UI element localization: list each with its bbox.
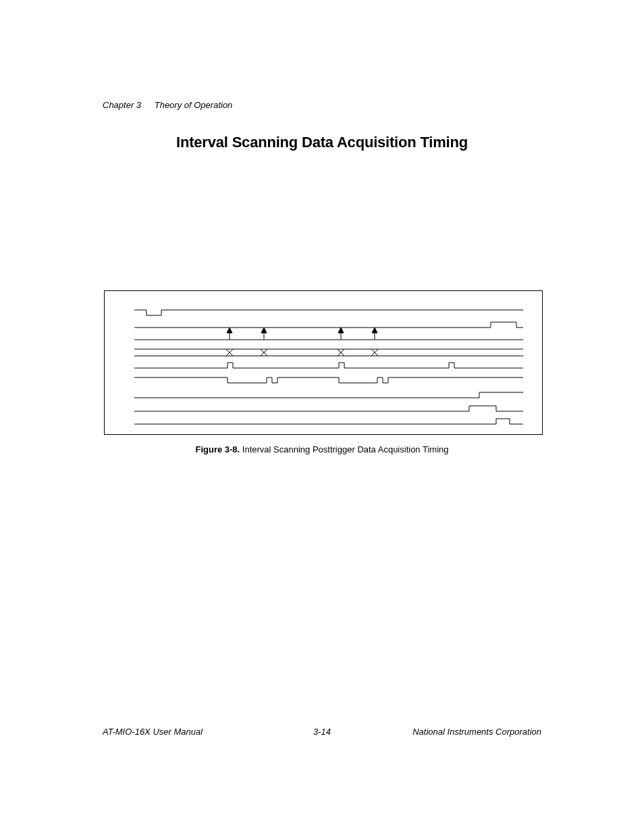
svg-marker-8	[372, 328, 377, 333]
chapter-label: Chapter 3	[103, 100, 141, 110]
svg-marker-2	[227, 328, 232, 333]
section-label: Theory of Operation	[155, 100, 233, 110]
page-header: Chapter 3 Theory of Operation	[103, 100, 232, 110]
svg-rect-21	[105, 372, 542, 387]
timing-diagram-svg	[105, 291, 542, 434]
figure-caption: Figure 3-8. Interval Scanning Posttrigge…	[0, 444, 644, 454]
timing-diagram-figure	[104, 290, 543, 435]
footer-company: National Instruments Corporation	[412, 727, 541, 737]
svg-marker-4	[261, 328, 267, 333]
svg-marker-6	[338, 328, 344, 333]
figure-caption-text: Interval Scanning Posttrigger Data Acqui…	[242, 444, 449, 454]
figure-label: Figure 3-8.	[195, 444, 240, 454]
page-title: Interval Scanning Data Acquisition Timin…	[0, 134, 644, 151]
